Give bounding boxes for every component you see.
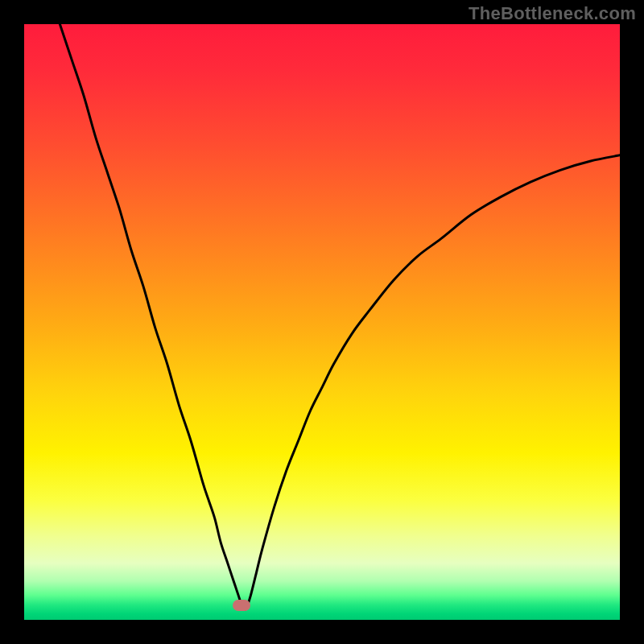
chart-stage: TheBottleneck.com xyxy=(0,0,644,644)
plot-svg xyxy=(24,24,620,620)
plot-area xyxy=(24,24,620,620)
minimum-marker xyxy=(233,600,250,611)
gradient-background xyxy=(24,24,620,620)
watermark-text: TheBottleneck.com xyxy=(469,3,636,24)
